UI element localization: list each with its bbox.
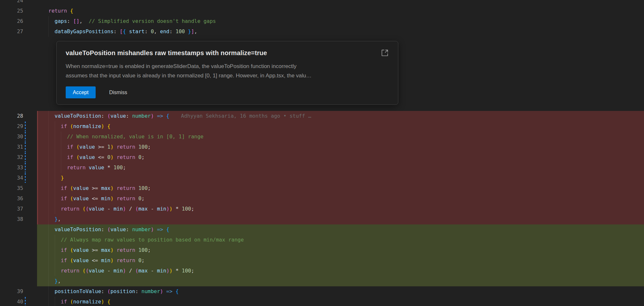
indent-guide	[55, 142, 55, 152]
line-number: 35	[0, 183, 37, 193]
line-number: 32	[0, 152, 37, 163]
line-number: 25	[0, 6, 37, 16]
gutter[interactable]	[0, 276, 37, 286]
gutter[interactable]: 38	[0, 214, 37, 224]
gutter[interactable]: 36	[0, 193, 37, 204]
line-number: 28	[0, 111, 37, 121]
code-line-content[interactable]: if (value >= max) return 100;	[37, 183, 644, 193]
code-line: 28 valueToPosition: (value: number) => {…	[0, 111, 644, 121]
line-number: 33	[0, 163, 37, 173]
gutter[interactable]	[0, 266, 37, 276]
code-line-content[interactable]: },	[37, 214, 644, 224]
code-line: 36 if (value <= min) return 0;	[0, 193, 644, 204]
line-number: 39	[0, 286, 37, 297]
gutter[interactable]	[0, 235, 37, 245]
indent-guide	[55, 183, 55, 193]
code-line-content[interactable]: valueToPosition: (value: number) => {	[37, 224, 644, 235]
line-number: 38	[0, 214, 37, 224]
gutter[interactable]: 33	[0, 163, 37, 173]
gutter[interactable]: 34	[0, 173, 37, 183]
gutter[interactable]: 31	[0, 142, 37, 152]
code-line-content[interactable]: dataByGapsPositions: [{ start: 0, end: 1…	[37, 26, 644, 37]
gutter[interactable]: 39	[0, 286, 37, 297]
gutter[interactable]: 28	[0, 111, 37, 121]
code-line: 32 if (value <= 0) return 0;	[0, 152, 644, 163]
inline-suggestion-zone: valueToPosition mishandles raw timestamp…	[0, 37, 644, 111]
open-external-icon[interactable]	[381, 48, 390, 57]
code-editor: 2425 return {26 gaps: [], // Simplified …	[0, 0, 644, 306]
indent-guide	[48, 132, 49, 142]
gutter[interactable]	[0, 245, 37, 255]
code-line-content[interactable]: // When normalized, value is in [0, 1] r…	[37, 132, 644, 142]
code-line-content[interactable]: if (value >= 1) return 100;	[37, 142, 644, 152]
indent-guide	[55, 266, 55, 276]
line-number: 36	[0, 193, 37, 204]
gutter[interactable]: 27	[0, 26, 37, 37]
code-line: 34 }	[0, 173, 644, 183]
code-line: 29 if (normalize) {	[0, 121, 644, 132]
gutter[interactable]: 25	[0, 6, 37, 16]
code-line-content[interactable]: if (value >= max) return 100;	[37, 245, 644, 255]
indent-guide	[61, 132, 61, 142]
code-line: 33 return value * 100;	[0, 163, 644, 173]
dismiss-button[interactable]: Dismiss	[107, 89, 129, 96]
code-lines-top: 2425 return {26 gaps: [], // Simplified …	[0, 0, 644, 37]
modified-gutter-indicator	[25, 122, 26, 131]
indent-guide	[48, 142, 49, 152]
gutter[interactable]: 40	[0, 297, 37, 306]
line-number: 37	[0, 204, 37, 214]
code-line-content[interactable]: return ((value - min) / (max - min)) * 1…	[37, 204, 644, 214]
code-line: },	[0, 276, 644, 286]
code-line: return ((value - min) / (max - min)) * 1…	[0, 266, 644, 276]
line-number: 24	[0, 0, 37, 6]
indent-guide	[48, 183, 49, 193]
code-line: valueToPosition: (value: number) => {	[0, 224, 644, 235]
indent-guide	[55, 255, 55, 266]
code-line-content[interactable]: return {	[37, 6, 644, 16]
indent-guide	[55, 132, 55, 142]
indent-guide	[48, 214, 49, 224]
indent-guide	[48, 26, 49, 37]
line-number: 26	[0, 16, 37, 26]
code-line-content[interactable]: positionToValue: (position: number) => {	[37, 286, 644, 297]
code-line-content[interactable]: }	[37, 173, 644, 183]
code-line-content[interactable]: if (normalize) {	[37, 297, 644, 306]
indent-guide	[48, 193, 49, 204]
indent-guide	[48, 266, 49, 276]
code-line-content[interactable]: gaps: [], // Simplified version doesn't …	[37, 16, 644, 26]
code-line-content[interactable]: // Always map raw values to position bas…	[37, 235, 644, 245]
code-line-content[interactable]: if (value <= min) return 0;	[37, 193, 644, 204]
gutter[interactable]	[0, 255, 37, 266]
code-line-content[interactable]: },	[37, 276, 644, 286]
code-line-content[interactable]: return ((value - min) / (max - min)) * 1…	[37, 266, 644, 276]
indent-guide	[55, 193, 55, 204]
indent-guide	[61, 152, 61, 163]
code-line-content[interactable]: if (value <= min) return 0;	[37, 255, 644, 266]
gutter[interactable]: 32	[0, 152, 37, 163]
gutter[interactable]: 29	[0, 121, 37, 132]
indent-guide	[48, 224, 49, 235]
code-line: 35 if (value >= max) return 100;	[0, 183, 644, 193]
gutter[interactable]: 26	[0, 16, 37, 26]
modified-gutter-indicator	[25, 132, 26, 142]
code-line: 27 dataByGapsPositions: [{ start: 0, end…	[0, 26, 644, 37]
code-line: 31 if (value >= 1) return 100;	[0, 142, 644, 152]
code-line-content[interactable]: if (normalize) {	[37, 121, 644, 132]
code-line-content[interactable]	[37, 0, 644, 6]
indent-guide	[55, 204, 55, 214]
code-line: 40 if (normalize) {	[0, 297, 644, 306]
line-number: 27	[0, 26, 37, 37]
popup-actions: Accept Dismiss	[66, 86, 389, 98]
gutter[interactable]	[0, 224, 37, 235]
gutter[interactable]: 30	[0, 132, 37, 142]
gutter[interactable]: 37	[0, 204, 37, 214]
gutter[interactable]: 35	[0, 183, 37, 193]
code-line-content[interactable]: if (value <= 0) return 0;	[37, 152, 644, 163]
code-line-content[interactable]: return value * 100;	[37, 163, 644, 173]
code-line: 37 return ((value - min) / (max - min)) …	[0, 204, 644, 214]
indent-guide	[61, 142, 61, 152]
accept-button[interactable]: Accept	[66, 86, 96, 98]
code-line-content[interactable]: valueToPosition: (value: number) => {Adh…	[37, 111, 644, 121]
gutter[interactable]: 24	[0, 0, 37, 6]
indent-guide	[48, 204, 49, 214]
